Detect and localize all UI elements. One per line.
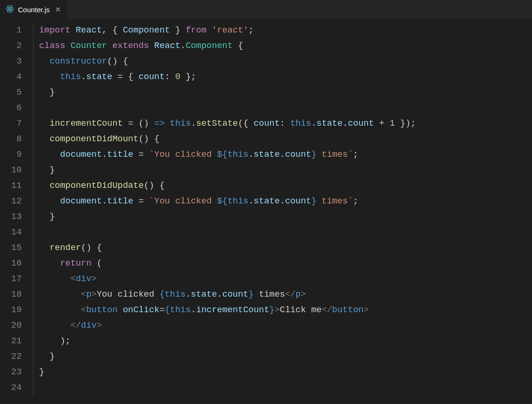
editor-tab[interactable]: Counter.js <box>0 0 67 19</box>
line-number: 18 <box>0 287 33 302</box>
code-line[interactable]: incrementCount = () => this.setState({ c… <box>33 116 532 131</box>
code-line[interactable]: this.state = { count: 0 }; <box>33 69 532 85</box>
svg-point-0 <box>9 8 10 9</box>
code-line[interactable]: } <box>33 162 532 178</box>
code-line[interactable] <box>33 225 532 240</box>
close-icon[interactable] <box>54 5 62 14</box>
line-number: 3 <box>0 54 33 69</box>
code-line[interactable]: componentDidMount() { <box>33 131 532 147</box>
line-number: 7 <box>0 116 33 131</box>
line-number: 13 <box>0 209 33 225</box>
line-number: 4 <box>0 69 33 85</box>
code-line[interactable]: ); <box>33 333 532 349</box>
code-line[interactable]: document.title = `You clicked ${this.sta… <box>33 194 532 209</box>
code-line[interactable]: document.title = `You clicked ${this.sta… <box>33 147 532 162</box>
line-number: 10 <box>0 162 33 178</box>
line-number: 19 <box>0 302 33 318</box>
line-number: 9 <box>0 147 33 162</box>
react-icon <box>6 5 14 15</box>
line-number: 22 <box>0 349 33 364</box>
line-number: 1 <box>0 23 33 38</box>
line-number: 21 <box>0 333 33 349</box>
line-number: 14 <box>0 225 33 240</box>
line-number: 15 <box>0 240 33 256</box>
code-line[interactable]: } <box>33 349 532 364</box>
code-line[interactable]: } <box>33 85 532 100</box>
code-line[interactable]: render() { <box>33 240 532 256</box>
tab-filename: Counter.js <box>18 6 50 14</box>
code-line[interactable]: componentDidUpdate() { <box>33 178 532 194</box>
code-line[interactable]: class Counter extends React.Component { <box>33 38 532 54</box>
code-line[interactable]: } <box>33 364 532 380</box>
tab-bar: Counter.js <box>0 0 532 19</box>
line-number: 6 <box>0 100 33 116</box>
code-line[interactable] <box>33 100 532 116</box>
line-number-gutter: 123456789101112131415161718192021222324 <box>0 23 33 404</box>
code-line[interactable]: constructor() { <box>33 54 532 69</box>
code-line[interactable]: <p>You clicked {this.state.count} times<… <box>33 287 532 302</box>
code-line[interactable]: return ( <box>33 256 532 271</box>
code-line[interactable]: <button onClick={this.incrementCount}>Cl… <box>33 302 532 318</box>
line-number: 2 <box>0 38 33 54</box>
code-line[interactable]: import React, { Component } from 'react'… <box>33 23 532 38</box>
code-area[interactable]: import React, { Component } from 'react'… <box>33 23 532 404</box>
line-number: 20 <box>0 318 33 333</box>
code-line[interactable]: </div> <box>33 318 532 333</box>
code-editor[interactable]: 123456789101112131415161718192021222324 … <box>0 19 532 404</box>
line-number: 23 <box>0 364 33 380</box>
line-number: 24 <box>0 380 33 396</box>
line-number: 11 <box>0 178 33 194</box>
line-number: 16 <box>0 256 33 271</box>
line-number: 8 <box>0 131 33 147</box>
line-number: 5 <box>0 85 33 100</box>
line-number: 17 <box>0 271 33 287</box>
code-line[interactable]: <div> <box>33 271 532 287</box>
code-line[interactable]: } <box>33 209 532 225</box>
line-number: 12 <box>0 194 33 209</box>
code-line[interactable] <box>33 380 532 396</box>
